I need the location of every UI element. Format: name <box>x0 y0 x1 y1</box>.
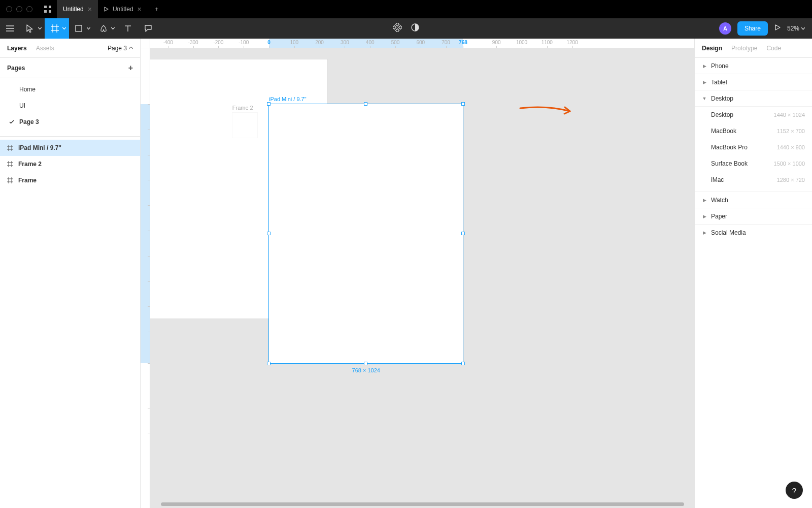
close-tab-icon[interactable]: × <box>88 6 92 13</box>
ruler-tick: -300 <box>188 40 198 45</box>
category-label: Watch <box>711 197 728 204</box>
comment-tool[interactable] <box>138 18 158 39</box>
frame-preset-category[interactable]: ▼Desktop <box>695 90 812 107</box>
frame-icon <box>7 161 13 167</box>
canvas-frame-label[interactable]: iPad Mini / 9.7" <box>269 96 307 102</box>
ruler-tick: 500 <box>141 218 142 227</box>
triangle-down-icon: ▼ <box>702 96 707 101</box>
preset-dimensions: 1500 × 1000 <box>774 161 805 167</box>
main-toolbar: A Share 52% <box>0 18 812 39</box>
right-panel: Design Prototype Code ▶Phone▶Tablet▼Desk… <box>694 39 812 508</box>
frame-preset-category[interactable]: ▶Tablet <box>695 74 812 90</box>
category-label: Social Media <box>711 229 746 236</box>
zoom-window-icon[interactable] <box>26 6 32 12</box>
ruler-tick: 400 <box>366 40 375 45</box>
page-item[interactable]: Page 3 <box>0 114 140 130</box>
resize-handle[interactable] <box>267 232 270 235</box>
triangle-right-icon: ▶ <box>702 230 707 235</box>
ruler-tick: 700 <box>141 269 142 277</box>
ruler-tick: 300 <box>141 167 142 176</box>
resize-handle[interactable] <box>267 102 270 106</box>
svg-rect-3 <box>49 10 51 13</box>
frame-preset-item[interactable]: Desktop1440 × 1024 <box>695 107 812 123</box>
move-tool[interactable] <box>20 18 45 39</box>
pages-header: Pages + <box>0 58 140 78</box>
shape-tool[interactable] <box>69 18 93 39</box>
frame-preset-category[interactable]: ▶Social Media <box>695 225 812 241</box>
document-tab[interactable]: Untitled× <box>57 0 98 18</box>
new-tab-button[interactable]: + <box>148 0 166 18</box>
tab-prototype[interactable]: Prototype <box>731 45 757 52</box>
layer-item[interactable]: iPad Mini / 9.7" <box>0 140 140 156</box>
horizontal-scrollbar[interactable] <box>161 502 684 506</box>
layer-item-label: iPad Mini / 9.7" <box>18 144 61 151</box>
tab-design[interactable]: Design <box>702 45 722 52</box>
pen-tool[interactable] <box>93 18 118 39</box>
text-tool[interactable] <box>118 18 138 39</box>
preset-name: Desktop <box>711 111 733 118</box>
minimize-window-icon[interactable] <box>16 6 22 12</box>
avatar[interactable]: A <box>719 22 731 35</box>
frame-preset-item[interactable]: Surface Book1500 × 1000 <box>695 155 812 172</box>
layer-item[interactable]: Frame <box>0 172 140 188</box>
selection-dimensions: 768 × 1024 <box>352 367 380 373</box>
ruler-tick: 1200 <box>566 40 578 45</box>
page-selector-label: Page 3 <box>108 45 127 52</box>
document-tab[interactable]: Untitled× <box>98 0 148 18</box>
canvas-frame[interactable]: iPad Mini / 9.7"768 × 1024 <box>269 104 463 363</box>
frame-preset-category[interactable]: ▶Paper <box>695 208 812 225</box>
tab-layers[interactable]: Layers <box>7 45 27 52</box>
layer-item[interactable]: Frame 2 <box>0 156 140 172</box>
resize-handle[interactable] <box>267 362 270 365</box>
frame-icon <box>7 177 13 183</box>
help-button[interactable]: ? <box>786 482 803 499</box>
mask-icon[interactable] <box>411 23 419 34</box>
resize-handle[interactable] <box>461 232 465 235</box>
chevron-down-icon <box>111 27 115 30</box>
app-switcher-icon[interactable] <box>39 0 57 18</box>
resize-handle[interactable] <box>364 362 367 365</box>
close-tab-icon[interactable]: × <box>138 6 142 13</box>
preset-dimensions: 1280 × 720 <box>777 177 805 183</box>
add-page-button[interactable]: + <box>128 64 133 73</box>
horizontal-ruler: -400-300-200-100010020030040050060070076… <box>150 39 694 48</box>
svg-rect-0 <box>44 6 47 8</box>
category-label: Desktop <box>711 95 733 102</box>
tab-code[interactable]: Code <box>766 45 781 52</box>
page-item[interactable]: UI <box>0 98 140 114</box>
present-icon[interactable] <box>774 24 781 33</box>
components-icon[interactable] <box>393 23 402 34</box>
resize-handle[interactable] <box>461 362 465 365</box>
close-window-icon[interactable] <box>6 6 12 12</box>
zoom-control[interactable]: 52% <box>787 25 805 32</box>
share-button[interactable]: Share <box>737 21 768 36</box>
frame-preset-category[interactable]: ▶Phone <box>695 58 812 74</box>
frame-preset-category[interactable]: ▶Watch <box>695 192 812 208</box>
ruler-tick: 768 <box>459 40 467 45</box>
chevron-down-icon <box>87 27 90 30</box>
ruler-tick: 800 <box>141 294 142 302</box>
ruler-tick: 0 <box>141 100 142 103</box>
frame-preset-item[interactable]: MacBook Pro1440 × 900 <box>695 139 812 155</box>
ruler-tick: 100 <box>290 40 298 45</box>
page-item-label: UI <box>19 102 25 109</box>
page-item[interactable]: Home <box>0 81 140 98</box>
frame-preset-item[interactable]: iMac1280 × 720 <box>695 172 812 188</box>
preset-name: MacBook <box>711 128 736 135</box>
canvas-area[interactable]: -400-300-200-100010020030040050060070076… <box>141 39 694 508</box>
resize-handle[interactable] <box>364 102 367 106</box>
canvas-frame[interactable]: Frame 2 <box>232 113 257 138</box>
ruler-tick: 1000 <box>516 40 527 45</box>
canvas[interactable]: Frame 2iPad Mini / 9.7"768 × 1024 <box>150 48 694 508</box>
frame-preset-item[interactable]: MacBook1152 × 700 <box>695 123 812 139</box>
layer-item-label: Frame 2 <box>18 161 42 168</box>
ruler-tick: 1100 <box>542 40 553 45</box>
canvas-frame-label[interactable]: Frame 2 <box>232 105 253 111</box>
ruler-tick: 100 <box>141 117 142 125</box>
hamburger-menu-icon[interactable] <box>0 18 20 39</box>
page-selector[interactable]: Page 3 <box>108 45 133 52</box>
left-panel-tabs: Layers Assets Page 3 <box>0 39 140 58</box>
frame-tool[interactable] <box>45 18 69 39</box>
tab-assets[interactable]: Assets <box>36 45 54 52</box>
resize-handle[interactable] <box>461 102 465 106</box>
